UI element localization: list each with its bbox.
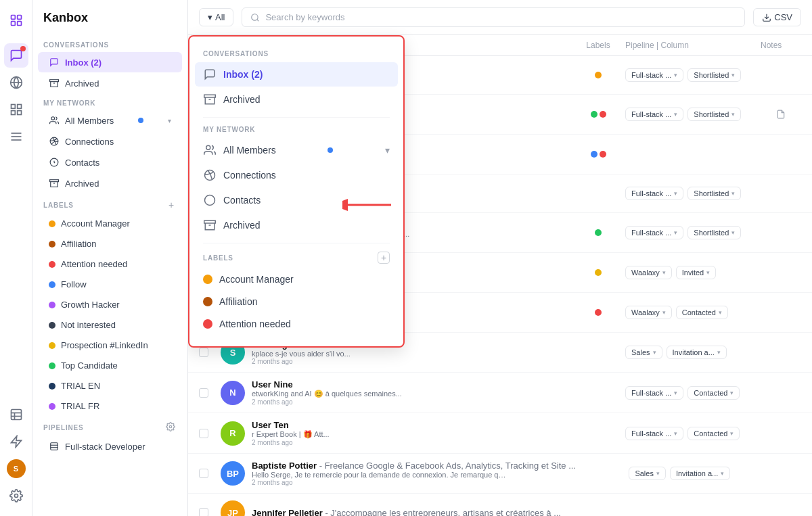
pipeline-select[interactable]: Waalaxy ▾ <box>625 266 672 279</box>
label-dot <box>49 403 55 410</box>
nav-archived-conversations[interactable]: Archived <box>38 73 182 93</box>
search-bar[interactable]: Search by keywords <box>242 7 745 27</box>
status-select[interactable]: Shortlisted ▾ <box>687 108 741 121</box>
row-checkbox[interactable] <box>199 469 208 478</box>
status-select[interactable]: Shortlisted ▾ <box>687 187 741 200</box>
status-select[interactable]: Contacted ▾ <box>676 306 728 319</box>
pipeline-select[interactable]: Sales ▾ <box>625 346 662 359</box>
dd-contacts-item[interactable]: Contacts <box>195 188 398 212</box>
pipeline-col: Full-stack ... ▾ Shortlisted ▾ <box>625 187 761 200</box>
dd-inbox-item[interactable]: Inbox (2) <box>195 62 398 87</box>
sidebar-label-item[interactable]: Not interested <box>38 315 182 335</box>
pipelines-settings-icon[interactable] <box>166 422 177 433</box>
nav-all-members[interactable]: All Members ▾ <box>38 110 182 131</box>
list-icon-btn[interactable] <box>4 124 28 149</box>
status-select[interactable]: Invitation a... ▾ <box>670 467 730 480</box>
logo-btn[interactable] <box>4 8 28 32</box>
label-name: TRIAL FR <box>61 401 99 411</box>
dd-label-dot <box>203 297 212 306</box>
pipeline-col: Full-stack ... ▾ Contacted ▾ <box>625 386 761 400</box>
status-select[interactable]: Contacted ▾ <box>687 427 740 440</box>
messages-icon-btn[interactable] <box>4 43 28 68</box>
main-content: ▾ All Search by keywords CSV Labels Pipe… <box>188 0 812 516</box>
svg-rect-0 <box>11 16 15 20</box>
status-select[interactable]: Shortlisted ▾ <box>687 68 741 82</box>
svg-rect-1 <box>17 16 21 20</box>
globe-icon-btn[interactable] <box>4 70 28 95</box>
sidebar-label-item[interactable]: Follow <box>38 275 182 294</box>
person-name: Baptiste Pottier - Freelance Google & Fa… <box>252 461 576 471</box>
dd-inbox-icon <box>203 68 217 81</box>
sidebar-label-item[interactable]: Affiliation <box>38 234 182 254</box>
archived-conv-icon <box>49 78 60 89</box>
svg-point-21 <box>51 117 55 120</box>
pipeline-select[interactable]: Full-stack ... ▾ <box>625 187 683 200</box>
svg-rect-8 <box>11 111 15 115</box>
pipeline-select[interactable]: Full-stack ... ▾ <box>625 108 683 121</box>
label-name: Account Manager <box>61 218 130 229</box>
col-labels-header: Labels <box>571 41 625 50</box>
dd-connections-icon <box>203 168 217 182</box>
pipelines-section-label: PIPELINES <box>43 424 83 431</box>
status-select[interactable]: Invited ▾ <box>676 266 716 279</box>
status-select[interactable]: Contacted ▾ <box>687 386 740 400</box>
zap-icon-btn[interactable] <box>4 429 28 454</box>
grid-icon-btn[interactable] <box>4 97 28 122</box>
dd-archived-item[interactable]: Archived <box>195 87 398 112</box>
nav-connections[interactable]: Connections <box>38 131 182 151</box>
sidebar-label-item[interactable]: Attention needed <box>38 254 182 274</box>
dd-label-item[interactable]: Attention needed <box>195 313 398 335</box>
nav-contacts[interactable]: Contacts <box>38 152 182 172</box>
svg-rect-7 <box>17 105 21 109</box>
table-row[interactable]: JP Jennifer Pelletier - J'accompagne les… <box>188 494 812 516</box>
status-select[interactable]: Shortlisted ▾ <box>687 226 741 239</box>
table-icon-btn[interactable] <box>4 402 28 427</box>
nav-archived-network[interactable]: Archived <box>38 173 182 193</box>
status-value: Contacted <box>694 429 727 438</box>
person-text: Baptiste Pottier - Freelance Google & Fa… <box>252 461 576 486</box>
row-labels <box>571 111 625 118</box>
row-checkbox[interactable] <box>199 348 208 357</box>
sidebar-label-item[interactable]: Prospection #LinkedIn <box>38 335 182 355</box>
dd-label-dot <box>203 319 212 329</box>
dd-connections-item[interactable]: Connections <box>195 163 398 187</box>
table-row[interactable]: BP Baptiste Pottier - Freelance Google &… <box>188 454 812 494</box>
table-row[interactable]: R User Ten r Expert Book | 🎁 Att... 2 mo… <box>188 413 812 454</box>
row-checkbox[interactable] <box>199 429 208 438</box>
nav-inbox[interactable]: Inbox (2) <box>38 52 182 72</box>
my-network-section-label: MY NETWORK <box>32 94 187 110</box>
archived-network-label: Archived <box>65 179 99 189</box>
add-label-btn[interactable]: + <box>166 200 177 210</box>
avatar-btn[interactable]: S <box>4 456 28 481</box>
table-row[interactable]: N User Nine etworkKing and AI 😊 à quelqu… <box>188 373 812 413</box>
sidebar-label-item[interactable]: Account Manager <box>38 214 182 233</box>
dd-archived-icon <box>203 93 217 106</box>
dd-label-item[interactable]: Affiliation <box>195 291 398 312</box>
sidebar-label-item[interactable]: TRIAL EN <box>38 376 182 396</box>
status-select[interactable]: Invitation a... ▾ <box>667 346 727 359</box>
dd-divider-2 <box>203 243 390 243</box>
dd-archived-network-item[interactable]: Archived <box>195 213 398 237</box>
row-checkbox[interactable] <box>199 388 208 398</box>
row-checkbox[interactable] <box>199 508 208 516</box>
pipeline-select[interactable]: Sales ▾ <box>629 467 666 480</box>
dd-add-label-btn[interactable]: + <box>378 252 390 264</box>
nav-fullstack-pipeline[interactable]: Full-stack Developer <box>38 436 182 456</box>
sidebar-label-item[interactable]: Growth Hacker <box>38 295 182 314</box>
filter-all-btn[interactable]: ▾ All <box>199 8 233 26</box>
pipeline-select[interactable]: Full-stack ... ▾ <box>625 386 683 400</box>
dd-all-members-item[interactable]: All Members ▾ <box>195 138 398 162</box>
dd-label-item[interactable]: Account Manager <box>195 268 398 290</box>
label-dot <box>49 281 55 288</box>
pipeline-select[interactable]: Full-stack ... ▾ <box>625 68 683 82</box>
pipeline-select[interactable]: Full-stack ... ▾ <box>625 427 683 440</box>
pipeline-select[interactable]: Waalaxy ▾ <box>625 306 672 319</box>
pipeline-select[interactable]: Full-stack ... ▾ <box>625 226 683 239</box>
sidebar-label-item[interactable]: TRIAL FR <box>38 396 182 416</box>
pipeline-arrow-icon: ▾ <box>674 229 677 236</box>
sidebar-label-item[interactable]: Top Candidate <box>38 356 182 375</box>
dd-contacts-label: Contacts <box>223 195 261 206</box>
csv-export-btn[interactable]: CSV <box>753 8 801 26</box>
settings-icon-btn[interactable] <box>4 484 28 508</box>
avatar: JP <box>221 500 245 516</box>
